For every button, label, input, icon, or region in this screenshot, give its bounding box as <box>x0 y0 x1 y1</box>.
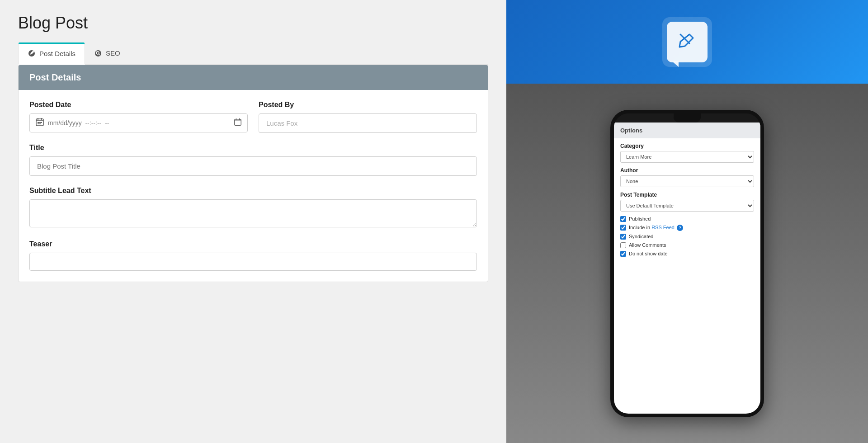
posted-date-input[interactable] <box>48 114 230 132</box>
checkbox-do-not-show-date: Do not show date <box>620 251 754 257</box>
pencil-icon <box>28 49 36 57</box>
left-panel: Blog Post Post Details SEO P <box>0 0 506 443</box>
include-rss-label: Include in RSS Feed ? <box>629 225 683 231</box>
help-icon[interactable]: ? <box>677 225 683 231</box>
author-label: Author <box>620 167 754 174</box>
tab-post-details-label: Post Details <box>39 50 75 57</box>
search-icon <box>94 49 102 57</box>
checkbox-published: Published <box>620 216 754 222</box>
checkbox-syndicated: Syndicated <box>620 234 754 240</box>
teaser-input-area[interactable] <box>29 253 477 271</box>
allow-comments-label: Allow Comments <box>629 242 666 248</box>
subtitle-input[interactable] <box>29 199 477 227</box>
phone-screen: Options Category Learn More Author None <box>614 123 760 414</box>
svg-rect-11 <box>38 123 39 124</box>
right-panel: Options Category Learn More Author None <box>506 0 868 443</box>
tab-seo-label: SEO <box>106 49 120 57</box>
card-body: Posted Date <box>19 90 488 282</box>
subtitle-label: Subtitle Lead Text <box>29 187 477 195</box>
tab-seo[interactable]: SEO <box>85 43 129 64</box>
title-group: Title <box>29 144 477 176</box>
post-template-label: Post Template <box>620 192 754 198</box>
syndicated-label: Syndicated <box>629 234 653 239</box>
posted-by-label: Posted By <box>259 101 477 109</box>
teaser-label: Teaser <box>29 240 477 248</box>
page-title: Blog Post <box>18 14 488 33</box>
include-rss-checkbox[interactable] <box>620 225 626 231</box>
chat-icon-wrapper <box>662 17 712 67</box>
phone-mockup: Options Category Learn More Author None <box>610 110 764 417</box>
do-not-show-date-label: Do not show date <box>629 251 668 256</box>
svg-rect-10 <box>41 122 42 123</box>
tab-post-details[interactable]: Post Details <box>18 43 85 65</box>
right-bottom: Options Category Learn More Author None <box>506 84 868 443</box>
title-label: Title <box>29 144 477 152</box>
published-label: Published <box>629 216 651 222</box>
do-not-show-date-checkbox[interactable] <box>620 251 626 257</box>
title-input[interactable] <box>29 156 477 176</box>
tabs-container: Post Details SEO <box>18 43 488 65</box>
options-header: Options <box>614 123 760 138</box>
subtitle-group: Subtitle Lead Text <box>29 187 477 229</box>
syndicated-checkbox[interactable] <box>620 234 626 240</box>
calendar-icon <box>35 118 44 129</box>
author-select[interactable]: None <box>620 175 754 187</box>
options-panel: Options Category Learn More Author None <box>614 123 760 264</box>
date-input-wrapper[interactable] <box>29 113 248 132</box>
svg-rect-9 <box>39 122 41 123</box>
svg-rect-12 <box>39 123 41 124</box>
svg-rect-13 <box>235 119 241 125</box>
chat-icon-inner <box>667 22 708 62</box>
card-header: Post Details <box>19 65 488 90</box>
date-by-row: Posted Date <box>29 101 477 133</box>
right-top-banner <box>506 0 868 84</box>
options-body: Category Learn More Author None Post Tem… <box>614 138 760 264</box>
category-select[interactable]: Learn More <box>620 151 754 163</box>
posted-by-input[interactable] <box>259 113 477 133</box>
category-label: Category <box>620 143 754 149</box>
rss-feed-link[interactable]: RSS Feed <box>651 225 675 230</box>
posted-date-label: Posted Date <box>29 101 248 109</box>
posted-by-group: Posted By <box>259 101 477 133</box>
svg-point-1 <box>95 50 101 57</box>
posted-date-group: Posted Date <box>29 101 248 133</box>
allow-comments-checkbox[interactable] <box>620 242 626 248</box>
post-template-select[interactable]: Use Default Template <box>620 200 754 212</box>
date-picker-icon[interactable] <box>234 118 242 128</box>
teaser-group: Teaser <box>29 240 477 271</box>
post-details-card: Post Details Posted Date <box>18 65 488 282</box>
checkbox-allow-comments: Allow Comments <box>620 242 754 248</box>
checkbox-include-rss: Include in RSS Feed ? <box>620 225 754 231</box>
published-checkbox[interactable] <box>620 216 626 222</box>
svg-rect-8 <box>38 122 39 123</box>
phone-notch <box>674 113 701 123</box>
